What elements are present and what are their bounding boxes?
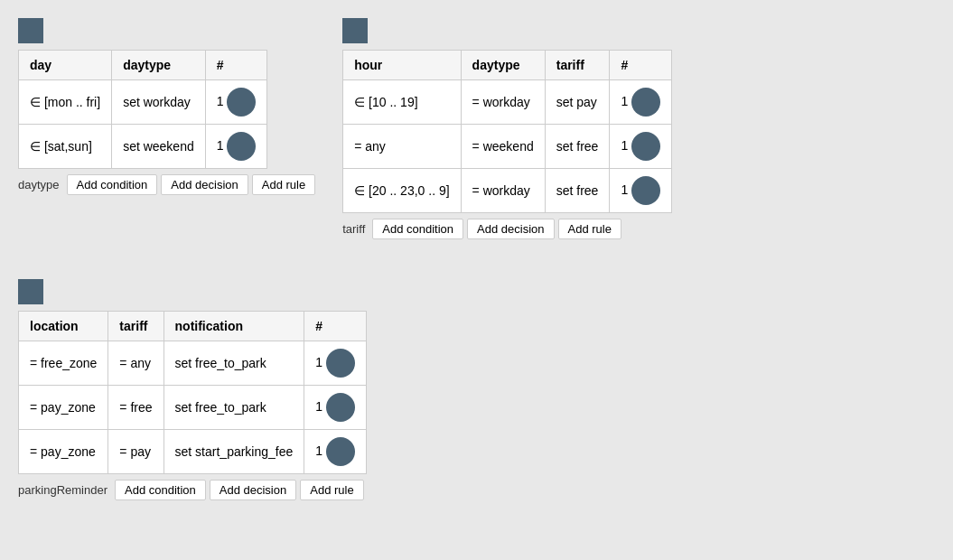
table-row: = any = weekend set free 1 <box>343 125 672 169</box>
hour-cell: ∈ [20 .. 23,0 .. 9] <box>343 169 461 213</box>
location-table: location tariff notification # = free_zo… <box>18 311 367 474</box>
notification-cell: set free_to_park <box>164 386 304 430</box>
daytype-cell: = workday <box>461 80 545 125</box>
hour-table: hour daytype tariff # ∈ [10 .. 19] = wor… <box>342 50 672 213</box>
row-indicator <box>631 176 660 205</box>
location-footer-label: parkingReminder <box>18 483 107 497</box>
num-cell: 1 <box>304 341 367 386</box>
daytype-cell: = weekend <box>461 125 545 169</box>
num-cell: 1 <box>610 169 672 213</box>
add-condition-button-day[interactable]: Add condition <box>67 174 158 195</box>
location-col-header: location <box>19 312 108 341</box>
daytype-col-header-2: daytype <box>461 51 545 80</box>
table-row: = pay_zone = pay set start_parking_fee 1 <box>19 430 367 474</box>
hash-col-header-1: # <box>205 51 267 80</box>
row-indicator <box>227 132 256 161</box>
hour-table-footer: tariff Add condition Add decision Add ru… <box>342 215 672 243</box>
hour-footer-label: tariff <box>342 222 365 236</box>
num-cell: 1 <box>304 430 367 474</box>
location-cell: = pay_zone <box>19 386 108 430</box>
daytype-col-header-1: daytype <box>112 51 206 80</box>
day-cell: ∈ [sat,sun] <box>19 125 112 169</box>
day-cell: ∈ [mon .. fri] <box>19 80 112 125</box>
row-indicator <box>326 437 355 466</box>
num-cell: 1 <box>205 125 267 169</box>
daytype-cell: set weekend <box>112 125 206 169</box>
table-row: = pay_zone = free set free_to_park 1 <box>19 386 367 430</box>
tariff-col-header-hour: tariff <box>545 51 610 80</box>
table-row: ∈ [mon .. fri] set workday 1 <box>19 80 267 125</box>
table-row: ∈ [10 .. 19] = workday set pay 1 <box>343 80 672 125</box>
day-table-wrapper: day daytype # ∈ [mon .. fri] set workday… <box>18 18 315 243</box>
location-table-wrapper: location tariff notification # = free_zo… <box>18 279 367 504</box>
location-cell: = pay_zone <box>19 430 108 474</box>
notification-cell: set free_to_park <box>164 341 304 386</box>
add-rule-button-hour[interactable]: Add rule <box>558 219 621 239</box>
location-table-handle[interactable] <box>18 279 43 304</box>
num-cell: 1 <box>610 125 672 169</box>
day-footer-label: daytype <box>18 178 60 191</box>
tariff-cell: = free <box>108 386 164 430</box>
row-indicator <box>631 132 660 161</box>
daytype-cell: set workday <box>112 80 206 125</box>
num-cell: 1 <box>304 386 367 430</box>
add-decision-button-hour[interactable]: Add decision <box>467 219 554 239</box>
tariff-cell: set free <box>545 169 610 213</box>
add-condition-button-hour[interactable]: Add condition <box>372 219 463 239</box>
notification-cell: set start_parking_fee <box>164 430 304 474</box>
tariff-cell: = pay <box>108 430 164 474</box>
hour-cell: = any <box>343 125 461 169</box>
add-rule-button-day[interactable]: Add rule <box>252 174 315 195</box>
hour-cell: ∈ [10 .. 19] <box>343 80 461 125</box>
add-rule-button-location[interactable]: Add rule <box>300 480 363 500</box>
location-cell: = free_zone <box>19 341 108 386</box>
add-condition-button-location[interactable]: Add condition <box>115 480 206 500</box>
row-indicator <box>227 88 256 117</box>
day-table: day daytype # ∈ [mon .. fri] set workday… <box>18 50 267 169</box>
row-indicator <box>631 88 660 117</box>
add-decision-button-day[interactable]: Add decision <box>161 174 248 195</box>
location-table-footer: parkingReminder Add condition Add decisi… <box>18 476 367 504</box>
daytype-cell: = workday <box>461 169 545 213</box>
hash-col-header-3: # <box>304 312 367 341</box>
day-table-handle[interactable] <box>18 18 43 43</box>
row-indicator <box>326 349 355 378</box>
tariff-cell: set free <box>545 125 610 169</box>
num-cell: 1 <box>205 80 267 125</box>
hour-table-wrapper: hour daytype tariff # ∈ [10 .. 19] = wor… <box>342 18 672 243</box>
day-table-footer: daytype Add condition Add decision Add r… <box>18 171 315 199</box>
num-cell: 1 <box>610 80 672 125</box>
row-indicator <box>326 393 355 422</box>
notification-col-header: notification <box>164 312 304 341</box>
hour-table-handle[interactable] <box>342 18 368 43</box>
table-row: ∈ [sat,sun] set weekend 1 <box>19 125 267 169</box>
tariff-col-header-loc: tariff <box>108 312 164 341</box>
table-row: ∈ [20 .. 23,0 .. 9] = workday set free 1 <box>343 169 672 213</box>
table-row: = free_zone = any set free_to_park 1 <box>19 341 367 386</box>
hour-col-header: hour <box>343 51 461 80</box>
add-decision-button-location[interactable]: Add decision <box>210 480 296 500</box>
tariff-cell: set pay <box>545 80 610 125</box>
tariff-cell: = any <box>108 341 164 386</box>
hash-col-header-2: # <box>610 51 672 80</box>
day-col-header: day <box>19 51 112 80</box>
